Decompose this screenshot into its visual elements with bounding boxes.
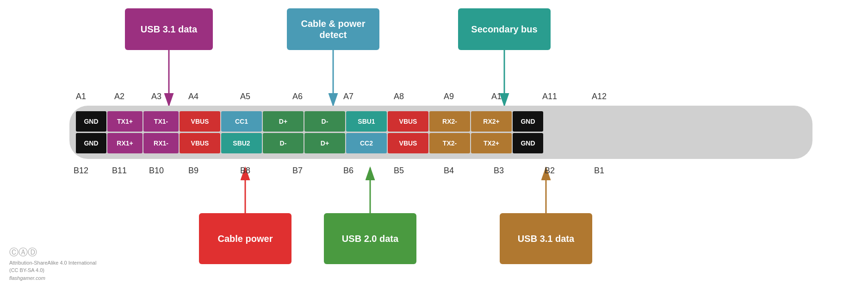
col-label-A10: A10 [487,92,510,101]
col-label-B8: B8 [234,166,257,176]
col-label-A8: A8 [387,92,410,101]
col-label-B4: B4 [437,166,460,176]
pin-b-cc2: CC2 [346,133,387,153]
pin-gnd: GND [76,111,106,132]
col-label-B10: B10 [145,166,168,176]
pin-tx1m: TX1- [143,111,179,132]
pin-rx2m: RX2- [429,111,470,132]
col-label-B2: B2 [538,166,561,176]
col-label-A11: A11 [538,92,561,101]
pin-b-vbus: VBUS [388,133,428,153]
cable-power: Cable power [199,213,291,264]
col-label-A1: A1 [69,92,93,101]
col-label-B11: B11 [108,166,131,176]
pin-b-gnd: GND [513,133,543,153]
attribution-line3: flashgamer.com [9,274,96,282]
connector-bar: GNDTX1+TX1-VBUSCC1D+D-SBU1VBUSRX2-RX2+GN… [69,106,812,159]
diagram-container: USB 3.1 dataCable & power detectSecondar… [0,0,868,291]
pin-dp: D+ [263,111,304,132]
col-label-A5: A5 [234,92,257,101]
secondary-bus: Secondary bus [458,8,551,50]
col-label-B7: B7 [286,166,309,176]
col-label-A6: A6 [286,92,309,101]
pin-b-rx1p: RX1+ [107,133,143,153]
usb31-data-bottom: USB 3.1 data [500,213,592,264]
pin-b-dm: D- [263,133,304,153]
usb31-data-top: USB 3.1 data [125,8,213,50]
pin-sbu1: SBU1 [346,111,387,132]
pin-vbus: VBUS [388,111,428,132]
col-label-A12: A12 [588,92,611,101]
attribution-line2: (CC BY-SA 4.0) [9,266,96,274]
col-label-A4: A4 [182,92,205,101]
pin-b-rx1m: RX1- [143,133,179,153]
col-label-A7: A7 [337,92,360,101]
pin-cc1: CC1 [221,111,262,132]
pin-tx1p: TX1+ [107,111,143,132]
pin-rx2p: RX2+ [471,111,512,132]
col-label-B6: B6 [337,166,360,176]
pin-b-tx2m: TX2- [429,133,470,153]
col-label-B3: B3 [487,166,510,176]
cable-power-detect: Cable & power detect [287,8,379,50]
pin-b-dp: D+ [304,133,345,153]
pin-b-tx2p: TX2+ [471,133,512,153]
col-label-B5: B5 [387,166,410,176]
col-label-A9: A9 [437,92,460,101]
pin-b-gnd: GND [76,133,106,153]
pin-b-vbus: VBUS [180,133,220,153]
attribution: ⒸⒶⒹ Attribution-ShareAlike 4.0 Internati… [9,245,96,282]
col-label-A2: A2 [108,92,131,101]
pin-dm: D- [304,111,345,132]
attribution-line1: Attribution-ShareAlike 4.0 International [9,259,96,267]
pin-b-sbu2: SBU2 [221,133,262,153]
pin-vbus: VBUS [180,111,220,132]
usb20-data: USB 2.0 data [324,213,416,264]
col-label-A3: A3 [145,92,168,101]
pin-gnd: GND [513,111,543,132]
col-label-B1: B1 [588,166,611,176]
col-label-B12: B12 [69,166,93,176]
col-label-B9: B9 [182,166,205,176]
